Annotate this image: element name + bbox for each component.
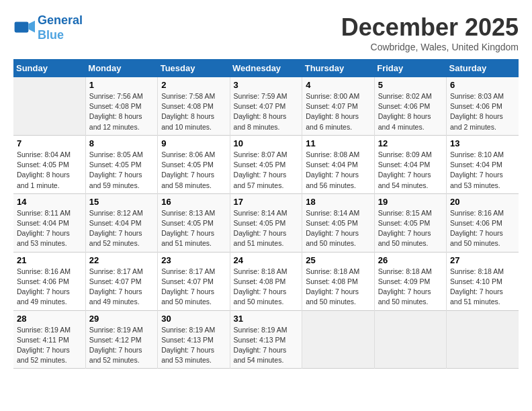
- calendar-week-row: 1Sunrise: 7:56 AM Sunset: 4:08 PM Daylig…: [13, 77, 519, 135]
- column-header-tuesday: Tuesday: [158, 59, 230, 77]
- calendar-cell: 2Sunrise: 7:58 AM Sunset: 4:08 PM Daylig…: [158, 77, 230, 135]
- day-info: Sunrise: 8:11 AM Sunset: 4:04 PM Dayligh…: [17, 208, 82, 249]
- column-header-monday: Monday: [85, 59, 157, 77]
- day-info: Sunrise: 8:19 AM Sunset: 4:13 PM Dayligh…: [161, 325, 226, 366]
- day-number: 4: [306, 80, 370, 90]
- calendar-cell: 9Sunrise: 8:06 AM Sunset: 4:05 PM Daylig…: [158, 135, 230, 193]
- day-info: Sunrise: 8:18 AM Sunset: 4:08 PM Dayligh…: [306, 267, 370, 308]
- day-info: Sunrise: 8:06 AM Sunset: 4:05 PM Dayligh…: [161, 150, 226, 191]
- day-info: Sunrise: 8:16 AM Sunset: 4:06 PM Dayligh…: [450, 208, 515, 249]
- location: Cowbridge, Wales, United Kingdom: [341, 42, 519, 52]
- calendar-cell: [13, 77, 85, 135]
- day-number: 20: [450, 197, 515, 207]
- day-info: Sunrise: 8:08 AM Sunset: 4:04 PM Dayligh…: [306, 150, 370, 191]
- column-header-wednesday: Wednesday: [230, 59, 302, 77]
- calendar-cell: 4Sunrise: 8:00 AM Sunset: 4:07 PM Daylig…: [302, 77, 374, 135]
- month-title: December 2025: [341, 13, 519, 42]
- calendar-week-row: 7Sunrise: 8:04 AM Sunset: 4:05 PM Daylig…: [13, 135, 519, 193]
- day-number: 8: [89, 138, 154, 148]
- title-block: December 2025 Cowbridge, Wales, United K…: [341, 13, 519, 52]
- day-number: 7: [17, 138, 82, 148]
- day-info: Sunrise: 8:14 AM Sunset: 4:05 PM Dayligh…: [234, 208, 299, 249]
- day-info: Sunrise: 8:19 AM Sunset: 4:13 PM Dayligh…: [234, 325, 299, 366]
- calendar-cell: 25Sunrise: 8:18 AM Sunset: 4:08 PM Dayli…: [302, 252, 374, 310]
- calendar-cell: 20Sunrise: 8:16 AM Sunset: 4:06 PM Dayli…: [447, 193, 519, 252]
- calendar-cell: 13Sunrise: 8:10 AM Sunset: 4:04 PM Dayli…: [447, 135, 519, 193]
- calendar-cell: 5Sunrise: 8:02 AM Sunset: 4:06 PM Daylig…: [374, 77, 446, 135]
- calendar-cell: 22Sunrise: 8:17 AM Sunset: 4:07 PM Dayli…: [85, 252, 157, 310]
- day-number: 15: [89, 197, 154, 207]
- column-header-friday: Friday: [374, 59, 446, 77]
- page-header: General Blue December 2025 Cowbridge, Wa…: [13, 13, 519, 52]
- calendar-cell: 21Sunrise: 8:16 AM Sunset: 4:06 PM Dayli…: [13, 252, 85, 310]
- calendar-cell: 8Sunrise: 8:05 AM Sunset: 4:05 PM Daylig…: [85, 135, 157, 193]
- day-info: Sunrise: 8:02 AM Sunset: 4:06 PM Dayligh…: [378, 91, 443, 132]
- calendar-header-row: SundayMondayTuesdayWednesdayThursdayFrid…: [13, 59, 519, 77]
- day-number: 10: [234, 138, 299, 148]
- calendar-cell: 26Sunrise: 8:18 AM Sunset: 4:09 PM Dayli…: [374, 252, 446, 310]
- day-number: 25: [306, 255, 370, 265]
- day-info: Sunrise: 7:56 AM Sunset: 4:08 PM Dayligh…: [89, 91, 154, 132]
- calendar-week-row: 28Sunrise: 8:19 AM Sunset: 4:11 PM Dayli…: [13, 310, 519, 369]
- day-info: Sunrise: 8:04 AM Sunset: 4:05 PM Dayligh…: [17, 150, 82, 191]
- calendar-cell: 15Sunrise: 8:12 AM Sunset: 4:04 PM Dayli…: [85, 193, 157, 252]
- calendar-cell: 17Sunrise: 8:14 AM Sunset: 4:05 PM Dayli…: [230, 193, 302, 252]
- calendar-cell: 11Sunrise: 8:08 AM Sunset: 4:04 PM Dayli…: [302, 135, 374, 193]
- calendar-table: SundayMondayTuesdayWednesdayThursdayFrid…: [13, 59, 519, 369]
- calendar-cell: 10Sunrise: 8:07 AM Sunset: 4:05 PM Dayli…: [230, 135, 302, 193]
- calendar-cell: 29Sunrise: 8:19 AM Sunset: 4:12 PM Dayli…: [85, 310, 157, 369]
- day-info: Sunrise: 8:17 AM Sunset: 4:07 PM Dayligh…: [161, 267, 226, 308]
- day-number: 19: [378, 197, 443, 207]
- day-number: 9: [161, 138, 226, 148]
- calendar-cell: [447, 310, 519, 369]
- svg-rect-0: [15, 21, 29, 32]
- day-info: Sunrise: 7:59 AM Sunset: 4:07 PM Dayligh…: [234, 91, 299, 132]
- calendar-cell: 24Sunrise: 8:18 AM Sunset: 4:08 PM Dayli…: [230, 252, 302, 310]
- day-info: Sunrise: 8:19 AM Sunset: 4:11 PM Dayligh…: [17, 325, 82, 366]
- column-header-thursday: Thursday: [302, 59, 374, 77]
- day-number: 6: [450, 80, 515, 90]
- logo-icon: [13, 17, 35, 39]
- day-info: Sunrise: 8:18 AM Sunset: 4:08 PM Dayligh…: [234, 267, 299, 308]
- day-number: 2: [161, 80, 226, 90]
- day-info: Sunrise: 8:15 AM Sunset: 4:05 PM Dayligh…: [378, 208, 443, 249]
- calendar-cell: 6Sunrise: 8:03 AM Sunset: 4:06 PM Daylig…: [447, 77, 519, 135]
- day-info: Sunrise: 8:09 AM Sunset: 4:04 PM Dayligh…: [378, 150, 443, 191]
- day-number: 14: [17, 197, 82, 207]
- calendar-cell: 30Sunrise: 8:19 AM Sunset: 4:13 PM Dayli…: [158, 310, 230, 369]
- day-info: Sunrise: 8:16 AM Sunset: 4:06 PM Dayligh…: [17, 267, 82, 308]
- day-info: Sunrise: 7:58 AM Sunset: 4:08 PM Dayligh…: [161, 91, 226, 132]
- calendar-cell: 19Sunrise: 8:15 AM Sunset: 4:05 PM Dayli…: [374, 193, 446, 252]
- day-number: 12: [378, 138, 443, 148]
- day-info: Sunrise: 8:18 AM Sunset: 4:10 PM Dayligh…: [450, 267, 515, 308]
- calendar-cell: 18Sunrise: 8:14 AM Sunset: 4:05 PM Dayli…: [302, 193, 374, 252]
- day-info: Sunrise: 8:19 AM Sunset: 4:12 PM Dayligh…: [89, 325, 154, 366]
- calendar-cell: 16Sunrise: 8:13 AM Sunset: 4:05 PM Dayli…: [158, 193, 230, 252]
- day-number: 16: [161, 197, 226, 207]
- day-number: 1: [89, 80, 154, 90]
- day-info: Sunrise: 8:17 AM Sunset: 4:07 PM Dayligh…: [89, 267, 154, 308]
- day-number: 3: [234, 80, 299, 90]
- svg-marker-1: [28, 20, 35, 32]
- day-number: 27: [450, 255, 515, 265]
- calendar-cell: 3Sunrise: 7:59 AM Sunset: 4:07 PM Daylig…: [230, 77, 302, 135]
- day-number: 21: [17, 255, 82, 265]
- day-info: Sunrise: 8:12 AM Sunset: 4:04 PM Dayligh…: [89, 208, 154, 249]
- day-number: 29: [89, 314, 154, 324]
- calendar-cell: 28Sunrise: 8:19 AM Sunset: 4:11 PM Dayli…: [13, 310, 85, 369]
- day-number: 31: [234, 314, 299, 324]
- day-info: Sunrise: 8:14 AM Sunset: 4:05 PM Dayligh…: [306, 208, 370, 249]
- calendar-cell: 27Sunrise: 8:18 AM Sunset: 4:10 PM Dayli…: [447, 252, 519, 310]
- day-number: 22: [89, 255, 154, 265]
- calendar-cell: 7Sunrise: 8:04 AM Sunset: 4:05 PM Daylig…: [13, 135, 85, 193]
- day-number: 18: [306, 197, 370, 207]
- day-number: 28: [17, 314, 82, 324]
- calendar-cell: 14Sunrise: 8:11 AM Sunset: 4:04 PM Dayli…: [13, 193, 85, 252]
- day-number: 11: [306, 138, 370, 148]
- day-number: 17: [234, 197, 299, 207]
- day-info: Sunrise: 8:18 AM Sunset: 4:09 PM Dayligh…: [378, 267, 443, 308]
- day-info: Sunrise: 8:05 AM Sunset: 4:05 PM Dayligh…: [89, 150, 154, 191]
- calendar-cell: 1Sunrise: 7:56 AM Sunset: 4:08 PM Daylig…: [85, 77, 157, 135]
- calendar-week-row: 21Sunrise: 8:16 AM Sunset: 4:06 PM Dayli…: [13, 252, 519, 310]
- day-number: 5: [378, 80, 443, 90]
